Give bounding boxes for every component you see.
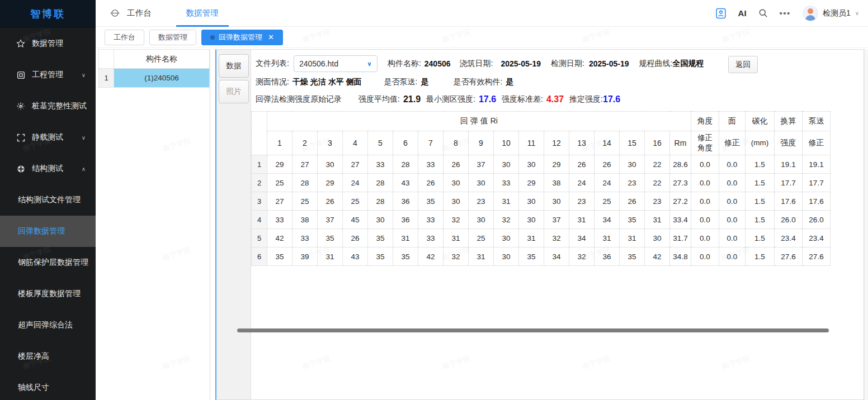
sidebar-item-7[interactable]: 回弹数据管理 — [0, 216, 96, 247]
breadcrumb-tab-3[interactable]: 回弹数据管理✕ — [201, 30, 283, 45]
row-number-cell: 5 — [252, 229, 267, 247]
reading-cell: 28 — [393, 155, 418, 174]
sidebar-menu: 数据管理工程管理∨桩基完整性测试静载测试∨结构测试∧结构测试文件管理回弹数据管理… — [0, 28, 96, 400]
more-options-icon[interactable]: ••• — [780, 8, 791, 18]
avg-strength-value: 21.9 — [403, 94, 421, 104]
reading-cell: 30 — [494, 247, 519, 266]
reading-cell: 26 — [343, 229, 368, 247]
reading-cell: 35 — [418, 192, 444, 211]
reading-cell: 32 — [494, 211, 519, 229]
tab-data[interactable]: 数据 — [219, 54, 249, 78]
reading-cell: 35 — [519, 247, 544, 266]
angle-correction-cell: 0.0 — [691, 174, 719, 192]
face-correction-cell: 0.0 — [719, 192, 746, 211]
sidebar-item-5[interactable]: 结构测试∧ — [0, 153, 96, 184]
nav-data-management-active[interactable]: 数据管理 — [175, 0, 230, 27]
carbonation-cell: 1.5 — [746, 247, 775, 266]
sidebar-item-label: 回弹数据管理 — [18, 226, 65, 236]
pump-correction-cell: 17.6 — [803, 192, 831, 211]
pour-date-value: 2025-05-19 — [501, 59, 541, 68]
reading-col-header: 13 — [569, 131, 595, 155]
sidebar-item-3[interactable]: 桩基完整性测试 — [0, 91, 96, 122]
group-header-top-3: 碳化 — [746, 112, 775, 131]
ai-button[interactable]: AI — [738, 8, 747, 18]
group-header-top-2: 面 — [719, 112, 746, 131]
reading-cell: 26 — [418, 174, 444, 192]
chevron-down-icon: ∨ — [82, 72, 86, 78]
reading-cell: 42 — [645, 247, 670, 266]
reading-cell: 34 — [569, 229, 595, 247]
sidebar: 智博联 数据管理工程管理∨桩基完整性测试静载测试∨结构测试∧结构测试文件管理回弹… — [0, 0, 96, 400]
vertical-scrollbar-track[interactable] — [864, 49, 868, 400]
info-line-2: 测面情况: 干燥 光洁 水平 侧面 是否泵送: 是 是否有效构件: 是 — [251, 77, 864, 88]
carbonation-cell: 1.5 — [746, 174, 775, 192]
reading-cell: 31 — [569, 211, 595, 229]
converted-strength-cell: 23.4 — [775, 229, 803, 247]
topbar: 工作台 数据管理 AI ••• 检测员1 ∨ — [96, 0, 868, 27]
contact-book-icon[interactable] — [715, 8, 727, 19]
search-icon[interactable] — [758, 8, 768, 18]
sidebar-item-label: 超声回弹综合法 — [18, 320, 73, 330]
sidebar-item-11[interactable]: 楼层净高 — [0, 341, 96, 372]
breadcrumb-tab-2[interactable]: 数据管理 — [149, 30, 196, 45]
wrapped-header-text: 修正角度 — [696, 133, 714, 153]
reading-cell: 30 — [544, 192, 569, 211]
table-row: 32725262528363530233130302325262327.20.0… — [252, 192, 831, 211]
reading-cell: 31 — [494, 192, 519, 211]
horizontal-scrollbar[interactable] — [237, 328, 829, 332]
pump-label: 是否泵送: — [384, 77, 418, 87]
angle-correction-cell: 0.0 — [691, 192, 719, 211]
converted-strength-cell: 17.7 — [775, 174, 803, 192]
reading-cell: 32 — [569, 247, 595, 266]
rm-cell: 34.8 — [670, 247, 691, 266]
reading-cell: 26 — [569, 155, 595, 174]
reading-cell: 39 — [293, 247, 318, 266]
reading-cell: 31 — [645, 211, 670, 229]
sidebar-item-label: 桩基完整性测试 — [32, 101, 87, 111]
breadcrumb-tab-1[interactable]: 工作台 — [105, 30, 144, 45]
reading-cell: 30 — [519, 192, 544, 211]
sidebar-item-8[interactable]: 钢筋保护层数据管理 — [0, 247, 96, 278]
reading-cell: 25 — [469, 229, 494, 247]
collapse-menu-icon[interactable] — [110, 8, 120, 18]
surface-label: 测面情况: — [256, 77, 289, 87]
sidebar-item-4[interactable]: 静载测试∨ — [0, 122, 96, 153]
pile-icon — [16, 102, 26, 111]
user-name: 检测员1 — [823, 8, 851, 18]
tab-photo[interactable]: 照片 — [219, 80, 249, 103]
user-menu[interactable]: 检测员1 ∨ — [803, 6, 859, 21]
sidebar-item-2[interactable]: 工程管理∨ — [0, 59, 96, 91]
sidebar-item-6[interactable]: 结构测试文件管理 — [0, 184, 96, 216]
chevron-up-icon: ∧ — [82, 166, 86, 172]
close-tab-icon[interactable]: ✕ — [268, 34, 274, 41]
reading-cell: 35 — [620, 247, 645, 266]
component-name-header: 构件名称 — [114, 50, 210, 69]
reading-cell: 25 — [343, 192, 368, 211]
reading-cell: 30 — [620, 155, 645, 174]
component-row-name[interactable]: (1)240506 — [114, 69, 210, 88]
group-header-top-4: 换算 — [775, 112, 803, 131]
sidebar-item-12[interactable]: 轴线尺寸 — [0, 372, 96, 400]
file-list-select[interactable]: 240506.htd ∨ — [294, 55, 378, 72]
sidebar-item-9[interactable]: 楼板厚度数据管理 — [0, 278, 96, 309]
sidebar-item-label: 静载测试 — [32, 132, 63, 142]
row-number-cell: 4 — [252, 211, 267, 229]
sidebar-item-10[interactable]: 超声回弹综合法 — [0, 309, 96, 341]
reading-cell: 38 — [293, 211, 318, 229]
row-number-cell: 6 — [252, 247, 267, 266]
back-button[interactable]: 返回 — [728, 56, 758, 73]
reading-cell: 35 — [368, 247, 393, 266]
reading-cell: 36 — [595, 247, 620, 266]
reading-cell: 32 — [544, 229, 569, 247]
rm-cell: 28.6 — [670, 155, 691, 174]
table-header-row-2: 12345678910111213141516Rm修正角度修正(mm)强度修正 — [252, 131, 831, 155]
component-list-row[interactable]: 1(1)240506 — [99, 69, 210, 88]
chevron-down-icon: ∨ — [82, 135, 86, 141]
sidebar-item-label: 楼层净高 — [18, 351, 49, 361]
sidebar-item-1[interactable]: 数据管理 — [0, 28, 96, 59]
nav-workbench[interactable]: 工作台 — [127, 8, 152, 18]
reading-cell: 22 — [645, 174, 670, 192]
component-row-index: 1 — [99, 69, 114, 88]
group-header-top-1: 角度 — [691, 112, 719, 131]
reading-cell: 23 — [645, 192, 670, 211]
